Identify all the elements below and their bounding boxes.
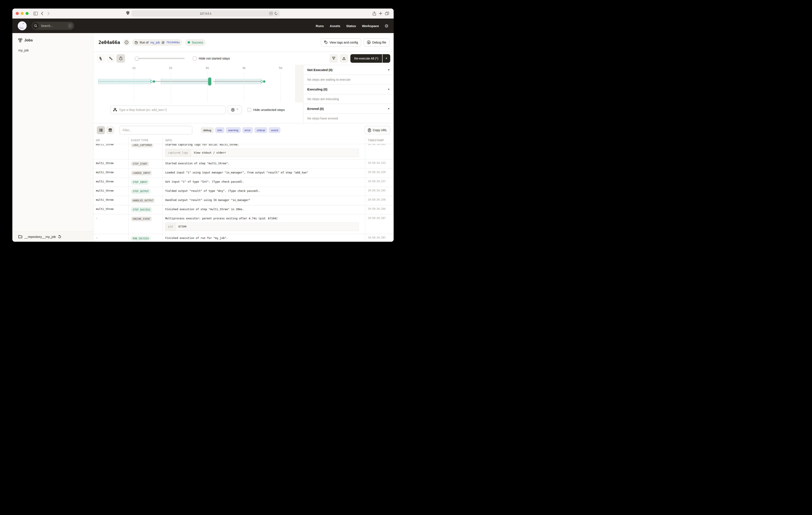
share-icon[interactable] (371, 10, 377, 17)
new-tab-icon[interactable] (377, 10, 384, 17)
event-type-tag: STEP_SUCCESS (131, 207, 152, 212)
log-metadata-box: captured_logsView stdout / stderr (165, 149, 359, 157)
global-search[interactable]: Search... / (32, 22, 74, 30)
log-info-cell: Yielded output "result" of type "Any". (… (163, 187, 365, 196)
log-info-cell: Handled output "result" using IO manager… (163, 196, 365, 205)
log-table-row[interactable]: multi_threeSTEP_SUCCESSFinished executio… (93, 205, 394, 214)
settings-gear-icon[interactable]: ⚙ (384, 24, 388, 28)
window-controls (16, 12, 29, 15)
log-filter-input[interactable]: Filter... (119, 126, 192, 134)
debug-file-button[interactable]: Debug file (364, 38, 389, 47)
log-op-cell: multi_three (93, 196, 128, 205)
run-info-button[interactable] (123, 39, 130, 46)
log-table-row[interactable]: multi_threeSTEP_STARTStarted execution o… (93, 159, 394, 168)
gantt-flat-view-button[interactable] (97, 54, 105, 63)
privacy-shield-icon[interactable] (126, 11, 129, 16)
gantt-timeline[interactable]: 1s2s3s4s5s (93, 65, 303, 102)
log-info-text: Started execution of step "multi_three". (165, 162, 362, 166)
event-type-tag: LOGS_CAPTURED (131, 144, 153, 147)
repository-footer[interactable]: __repository__my_job (12, 232, 93, 242)
panel-section-title: Not Executed (0) (307, 68, 332, 72)
panel-section-header[interactable]: Executing (0)▼ (303, 84, 394, 94)
log-level-chip-warning[interactable]: warning (226, 127, 240, 133)
run-status-badge[interactable]: Success (185, 39, 206, 46)
status-text: Success (192, 41, 203, 44)
search-shortcut-key: / (68, 23, 72, 28)
log-level-chip-event[interactable]: event (269, 127, 281, 133)
gantt-timed-view-button[interactable] (116, 54, 125, 63)
reexecute-dropdown-button[interactable]: ▼ (382, 54, 390, 63)
step-subset-row: Type a Step Subset (ex: add_two+*) ⌃ Hid… (93, 102, 303, 117)
log-level-chip-debug[interactable]: debug (201, 127, 214, 133)
log-table-row[interactable]: multi_threeHANDLED_OUTPUTHandled output … (93, 196, 394, 205)
reload-icon[interactable] (274, 12, 278, 15)
job-link[interactable]: my_job (150, 41, 160, 44)
nav-link-workspace[interactable]: Workspace (362, 24, 379, 28)
scroll-to-bottom-button[interactable] (329, 54, 338, 63)
translate-icon[interactable]: A (269, 12, 273, 15)
copy-url-button[interactable]: Copy URL (365, 126, 390, 134)
log-timestamp-cell: 19:50:34.258 (365, 196, 394, 205)
scroll-to-top-button[interactable] (340, 54, 348, 63)
metadata-value[interactable]: View stdout / stderr (191, 149, 229, 157)
nav-link-assets[interactable]: Assets (330, 24, 340, 28)
at-separator: @ (162, 41, 165, 44)
log-timestamp-cell: 19:50:34.237 (365, 178, 394, 187)
log-table-row[interactable]: multi_threeLOADED_INPUTLoaded input "i" … (93, 168, 394, 178)
log-level-chip-critical[interactable]: critical (254, 127, 267, 133)
hide-unselected-checkbox[interactable] (248, 108, 251, 112)
snapshot-link[interactable]: f92d468a (166, 41, 180, 44)
reexecute-split-button: Re-execute All (*) ▼ (350, 54, 390, 63)
run-context-pill: Run of my_job @ f92d468a (132, 39, 182, 46)
gantt-waterfall-view-button[interactable] (107, 54, 115, 63)
sidebar-item-my-job[interactable]: my_job (12, 46, 93, 54)
step-subset-input[interactable]: Type a Step Subset (ex: add_two+*) (111, 106, 226, 114)
log-table-row[interactable]: multi_threeSTEP_OUTPUTYielded output "re… (93, 187, 394, 196)
panel-section-header[interactable]: Not Executed (0)▼ (303, 65, 394, 75)
axis-tick-label: 2s (169, 66, 172, 70)
dagster-logo[interactable] (18, 21, 27, 30)
tab-overview-icon[interactable] (384, 10, 390, 17)
log-table-header: OPEVENT TYPEINFOTIMESTAMP (93, 137, 394, 144)
gantt-marker-dot (150, 80, 153, 83)
gantt-step-bar[interactable] (208, 77, 211, 85)
hide-unselected-checkbox-row[interactable]: Hide unselected steps (248, 108, 285, 112)
sidebar-toggle-icon[interactable] (32, 10, 39, 17)
event-type-tag: STEP_OUTPUT (131, 189, 150, 194)
gantt-zoom-slider[interactable] (135, 58, 185, 59)
address-bar[interactable]: 127.0.0.1 A (132, 10, 280, 17)
search-icon (32, 23, 39, 29)
panel-section-message: No steps have errored (303, 114, 394, 123)
forward-button[interactable] (45, 10, 52, 17)
left-sidebar: Jobs my_job __repository__my_job (12, 33, 93, 242)
log-level-chip-error[interactable]: error (242, 127, 253, 133)
log-table-row[interactable]: -RUN_SUCCESSFinished execution of run fo… (93, 234, 394, 242)
op-selector-icon (113, 108, 117, 112)
log-level-chip-info[interactable]: info (215, 127, 225, 133)
back-button[interactable] (39, 10, 45, 17)
download-debug-icon (367, 40, 371, 44)
axis-tick-label: 5s (279, 66, 282, 70)
zoom-window-button[interactable] (26, 12, 29, 15)
log-info-cell: Finished execution of step "multi_three"… (163, 205, 365, 214)
app-navbar: Search... / RunsAssetsStatusWorkspace ⚙ (12, 19, 394, 33)
reload-repository-icon[interactable] (58, 235, 61, 239)
slider-knob[interactable] (135, 56, 139, 60)
reexecute-all-button[interactable]: Re-execute All (*) (350, 54, 382, 63)
log-info-text: Multiprocess executor: parent process ex… (165, 217, 362, 221)
log-event-type-cell: RUN_SUCCESS (128, 234, 163, 242)
hide-not-started-checkbox-row[interactable]: Hide not started steps (193, 57, 230, 60)
log-table-row[interactable]: -ENGINE_EVENTMultiprocess executor: pare… (93, 214, 394, 234)
nav-link-runs[interactable]: Runs (316, 24, 324, 28)
nav-link-status[interactable]: Status (346, 24, 356, 28)
panel-section-header[interactable]: Errored (0)▼ (303, 104, 394, 114)
log-structured-view-button[interactable] (106, 126, 114, 134)
log-table-row[interactable]: multi_threeSTEP_INPUTGot input "i" of ty… (93, 178, 394, 187)
log-table-row[interactable]: multi_threeLOGS_CAPTUREDStarted capturin… (93, 144, 394, 159)
hide-not-started-checkbox[interactable] (193, 57, 197, 60)
log-list-view-button[interactable] (97, 126, 105, 134)
minimize-window-button[interactable] (21, 12, 24, 15)
graph-query-toggle-button[interactable]: ⌃ (228, 106, 242, 114)
view-tags-config-button[interactable]: View tags and config (321, 38, 361, 47)
close-window-button[interactable] (16, 12, 19, 15)
